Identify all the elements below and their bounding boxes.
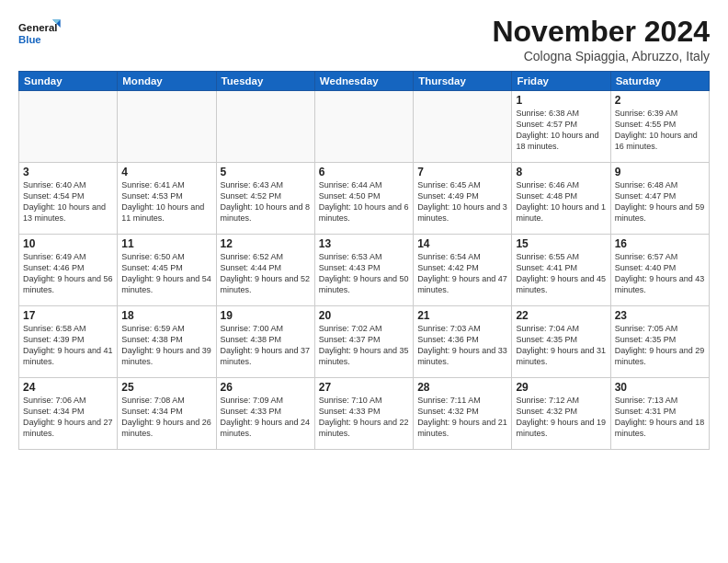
day-number: 16 <box>615 237 705 250</box>
table-row <box>216 91 314 163</box>
table-row <box>118 91 216 163</box>
day-number: 25 <box>121 381 211 394</box>
header: General Blue November 2024 Cologna Spiag… <box>18 15 710 63</box>
table-row: 8Sunrise: 6:46 AM Sunset: 4:48 PM Daylig… <box>512 163 610 235</box>
table-row <box>414 91 512 163</box>
day-number: 19 <box>221 309 311 322</box>
table-row <box>314 91 413 163</box>
day-number: 27 <box>319 381 409 394</box>
table-row: 10Sunrise: 6:49 AM Sunset: 4:46 PM Dayli… <box>19 235 118 306</box>
table-row: 12Sunrise: 6:52 AM Sunset: 4:44 PM Dayli… <box>216 235 314 306</box>
table-row <box>19 91 118 163</box>
day-number: 20 <box>319 309 409 322</box>
day-detail: Sunrise: 6:39 AM Sunset: 4:55 PM Dayligh… <box>615 108 705 153</box>
col-saturday: Saturday <box>610 72 709 91</box>
svg-text:General: General <box>18 22 57 33</box>
day-detail: Sunrise: 6:54 AM Sunset: 4:42 PM Dayligh… <box>417 251 507 296</box>
day-number: 26 <box>221 381 311 394</box>
calendar-week-row: 10Sunrise: 6:49 AM Sunset: 4:46 PM Dayli… <box>19 235 710 306</box>
table-row: 13Sunrise: 6:53 AM Sunset: 4:43 PM Dayli… <box>314 235 413 306</box>
day-number: 21 <box>417 309 507 322</box>
day-detail: Sunrise: 6:49 AM Sunset: 4:46 PM Dayligh… <box>23 251 113 296</box>
table-row: 16Sunrise: 6:57 AM Sunset: 4:40 PM Dayli… <box>610 235 709 306</box>
table-row: 17Sunrise: 6:58 AM Sunset: 4:39 PM Dayli… <box>19 306 118 378</box>
day-detail: Sunrise: 7:03 AM Sunset: 4:36 PM Dayligh… <box>417 323 507 368</box>
day-number: 10 <box>23 237 113 250</box>
day-detail: Sunrise: 6:46 AM Sunset: 4:48 PM Dayligh… <box>516 179 606 224</box>
table-row: 7Sunrise: 6:45 AM Sunset: 4:49 PM Daylig… <box>414 163 512 235</box>
table-row: 2Sunrise: 6:39 AM Sunset: 4:55 PM Daylig… <box>610 91 709 163</box>
day-number: 23 <box>615 309 705 322</box>
table-row: 5Sunrise: 6:43 AM Sunset: 4:52 PM Daylig… <box>216 163 314 235</box>
day-detail: Sunrise: 6:57 AM Sunset: 4:40 PM Dayligh… <box>615 251 705 296</box>
col-tuesday: Tuesday <box>216 72 314 91</box>
col-monday: Monday <box>118 72 216 91</box>
table-row: 25Sunrise: 7:08 AM Sunset: 4:34 PM Dayli… <box>118 378 216 450</box>
table-row: 30Sunrise: 7:13 AM Sunset: 4:31 PM Dayli… <box>610 378 709 450</box>
table-row: 3Sunrise: 6:40 AM Sunset: 4:54 PM Daylig… <box>19 163 118 235</box>
logo-svg: General Blue <box>18 15 64 52</box>
day-number: 22 <box>516 309 606 322</box>
day-number: 28 <box>417 381 507 394</box>
day-number: 15 <box>516 237 606 250</box>
calendar-week-row: 1Sunrise: 6:38 AM Sunset: 4:57 PM Daylig… <box>19 91 710 163</box>
col-wednesday: Wednesday <box>314 72 413 91</box>
table-row: 22Sunrise: 7:04 AM Sunset: 4:35 PM Dayli… <box>512 306 610 378</box>
title-block: November 2024 Cologna Spiaggia, Abruzzo,… <box>492 15 710 63</box>
table-row: 14Sunrise: 6:54 AM Sunset: 4:42 PM Dayli… <box>414 235 512 306</box>
day-detail: Sunrise: 7:08 AM Sunset: 4:34 PM Dayligh… <box>121 395 211 440</box>
day-number: 13 <box>319 237 409 250</box>
table-row: 26Sunrise: 7:09 AM Sunset: 4:33 PM Dayli… <box>216 378 314 450</box>
day-detail: Sunrise: 7:00 AM Sunset: 4:38 PM Dayligh… <box>221 323 311 368</box>
table-row: 15Sunrise: 6:55 AM Sunset: 4:41 PM Dayli… <box>512 235 610 306</box>
day-detail: Sunrise: 6:43 AM Sunset: 4:52 PM Dayligh… <box>221 179 311 224</box>
day-detail: Sunrise: 6:50 AM Sunset: 4:45 PM Dayligh… <box>121 251 211 296</box>
day-detail: Sunrise: 6:53 AM Sunset: 4:43 PM Dayligh… <box>319 251 409 296</box>
day-number: 1 <box>516 94 606 107</box>
day-number: 11 <box>121 237 211 250</box>
day-detail: Sunrise: 6:58 AM Sunset: 4:39 PM Dayligh… <box>23 323 113 368</box>
calendar-table: Sunday Monday Tuesday Wednesday Thursday… <box>18 71 710 450</box>
day-number: 5 <box>221 166 311 178</box>
day-detail: Sunrise: 7:13 AM Sunset: 4:31 PM Dayligh… <box>615 395 705 440</box>
day-detail: Sunrise: 6:59 AM Sunset: 4:38 PM Dayligh… <box>121 323 211 368</box>
col-thursday: Thursday <box>414 72 512 91</box>
table-row: 19Sunrise: 7:00 AM Sunset: 4:38 PM Dayli… <box>216 306 314 378</box>
day-detail: Sunrise: 7:04 AM Sunset: 4:35 PM Dayligh… <box>516 323 606 368</box>
table-row: 21Sunrise: 7:03 AM Sunset: 4:36 PM Dayli… <box>414 306 512 378</box>
day-detail: Sunrise: 6:40 AM Sunset: 4:54 PM Dayligh… <box>23 179 113 224</box>
day-number: 2 <box>615 94 705 107</box>
col-friday: Friday <box>512 72 610 91</box>
day-number: 14 <box>417 237 507 250</box>
table-row: 29Sunrise: 7:12 AM Sunset: 4:32 PM Dayli… <box>512 378 610 450</box>
day-detail: Sunrise: 7:11 AM Sunset: 4:32 PM Dayligh… <box>417 395 507 440</box>
table-row: 18Sunrise: 6:59 AM Sunset: 4:38 PM Dayli… <box>118 306 216 378</box>
day-detail: Sunrise: 6:38 AM Sunset: 4:57 PM Dayligh… <box>516 108 606 153</box>
day-number: 24 <box>23 381 113 394</box>
day-detail: Sunrise: 7:10 AM Sunset: 4:33 PM Dayligh… <box>319 395 409 440</box>
calendar-week-row: 24Sunrise: 7:06 AM Sunset: 4:34 PM Dayli… <box>19 378 710 450</box>
table-row: 4Sunrise: 6:41 AM Sunset: 4:53 PM Daylig… <box>118 163 216 235</box>
day-number: 6 <box>319 166 409 178</box>
day-detail: Sunrise: 7:09 AM Sunset: 4:33 PM Dayligh… <box>221 395 311 440</box>
day-number: 8 <box>516 166 606 178</box>
logo: General Blue <box>18 15 64 52</box>
day-detail: Sunrise: 7:12 AM Sunset: 4:32 PM Dayligh… <box>516 395 606 440</box>
table-row: 23Sunrise: 7:05 AM Sunset: 4:35 PM Dayli… <box>610 306 709 378</box>
calendar-week-row: 3Sunrise: 6:40 AM Sunset: 4:54 PM Daylig… <box>19 163 710 235</box>
day-number: 7 <box>417 166 507 178</box>
day-number: 3 <box>23 166 113 178</box>
day-number: 4 <box>121 166 211 178</box>
page: General Blue November 2024 Cologna Spiag… <box>0 0 728 563</box>
calendar-header-row: Sunday Monday Tuesday Wednesday Thursday… <box>19 72 710 91</box>
day-detail: Sunrise: 6:44 AM Sunset: 4:50 PM Dayligh… <box>319 179 409 224</box>
day-detail: Sunrise: 7:05 AM Sunset: 4:35 PM Dayligh… <box>615 323 705 368</box>
calendar-week-row: 17Sunrise: 6:58 AM Sunset: 4:39 PM Dayli… <box>19 306 710 378</box>
day-number: 17 <box>23 309 113 322</box>
table-row: 28Sunrise: 7:11 AM Sunset: 4:32 PM Dayli… <box>414 378 512 450</box>
col-sunday: Sunday <box>19 72 118 91</box>
day-number: 9 <box>615 166 705 178</box>
table-row: 27Sunrise: 7:10 AM Sunset: 4:33 PM Dayli… <box>314 378 413 450</box>
table-row: 20Sunrise: 7:02 AM Sunset: 4:37 PM Dayli… <box>314 306 413 378</box>
day-detail: Sunrise: 7:06 AM Sunset: 4:34 PM Dayligh… <box>23 395 113 440</box>
